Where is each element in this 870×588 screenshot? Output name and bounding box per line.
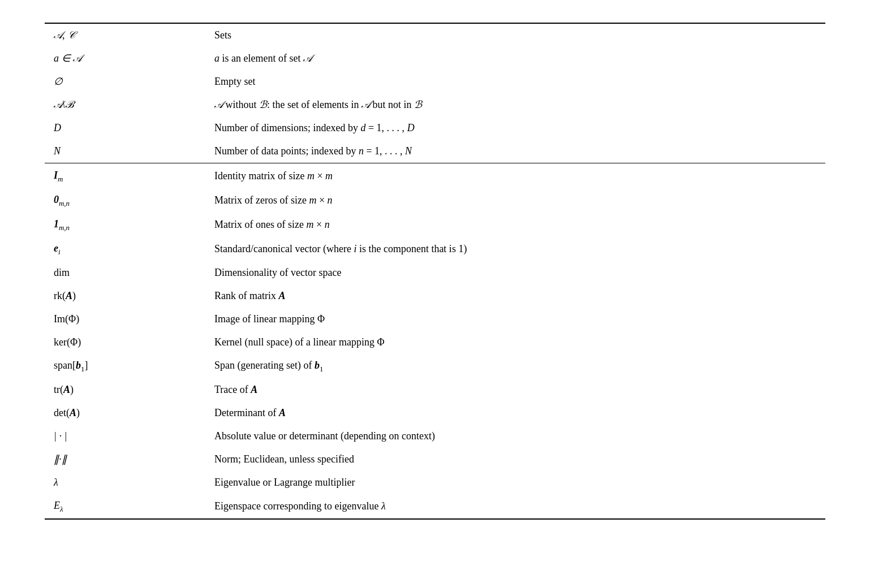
symbol-cell: 1m,n	[45, 213, 192, 237]
table-row: ∅Empty set	[45, 70, 825, 93]
description-cell: Matrix of zeros of size m × n	[192, 188, 825, 213]
symbol-cell: det(A)	[45, 401, 192, 425]
table-row: span[b1]Span (generating set) of b1	[45, 354, 825, 378]
table-row: 1m,nMatrix of ones of size m × n	[45, 213, 825, 237]
symbol-cell: λ	[45, 471, 192, 494]
description-cell: Rank of matrix A	[192, 284, 825, 308]
description-cell: Sets	[192, 23, 825, 47]
description-cell: Kernel (null space) of a linear mapping …	[192, 331, 825, 354]
symbol-cell: | · |	[45, 425, 192, 448]
symbol-cell: Im(Φ)	[45, 308, 192, 331]
symbol-cell: ‖·‖	[45, 448, 192, 471]
description-cell: Norm; Euclidean, unless specified	[192, 448, 825, 471]
description-cell: Identity matrix of size m × m	[192, 163, 825, 189]
description-cell: Empty set	[192, 70, 825, 93]
description-cell: Dimensionality of vector space	[192, 261, 825, 284]
description-cell: Matrix of ones of size m × n	[192, 213, 825, 237]
symbol-cell: ∅	[45, 70, 192, 93]
symbol-cell: a ∈ 𝒜	[45, 47, 192, 70]
symbol-cell: dim	[45, 261, 192, 284]
symbol-cell: 0m,n	[45, 188, 192, 213]
description-cell: Trace of A	[192, 378, 825, 401]
symbol-cell: D	[45, 116, 192, 140]
description-cell: Number of dimensions; indexed by d = 1, …	[192, 116, 825, 140]
description-cell: 𝒜 without ℬ: the set of elements in 𝒜 bu…	[192, 93, 825, 116]
table-row: tr(A)Trace of A	[45, 378, 825, 401]
table-row: ‖·‖Norm; Euclidean, unless specified	[45, 448, 825, 471]
symbol-cell: span[b1]	[45, 354, 192, 378]
symbol-cell: tr(A)	[45, 378, 192, 401]
description-cell: Standard/canonical vector (where i is th…	[192, 237, 825, 261]
description-cell: Determinant of A	[192, 401, 825, 425]
symbol-cell: ei	[45, 237, 192, 261]
table-row: ker(Φ)Kernel (null space) of a linear ma…	[45, 331, 825, 354]
table-row: 0m,nMatrix of zeros of size m × n	[45, 188, 825, 213]
table-row: eiStandard/canonical vector (where i is …	[45, 237, 825, 261]
table-row: 𝒜, 𝒞Sets	[45, 23, 825, 47]
symbol-cell: 𝒜\ℬ	[45, 93, 192, 116]
table-row: λEigenvalue or Lagrange multiplier	[45, 471, 825, 494]
symbol-cell: ker(Φ)	[45, 331, 192, 354]
table-row: Im(Φ)Image of linear mapping Φ	[45, 308, 825, 331]
table-row: DNumber of dimensions; indexed by d = 1,…	[45, 116, 825, 140]
symbol-cell: 𝒜, 𝒞	[45, 23, 192, 47]
description-cell: Absolute value or determinant (depending…	[192, 425, 825, 448]
table-row: a ∈ 𝒜a is an element of set 𝒜	[45, 47, 825, 70]
description-cell: Eigenspace corresponding to eigenvalue λ	[192, 494, 825, 519]
description-cell: Number of data points; indexed by n = 1,…	[192, 140, 825, 163]
description-cell: Eigenvalue or Lagrange multiplier	[192, 471, 825, 494]
table-row: EλEigenspace corresponding to eigenvalue…	[45, 494, 825, 519]
description-cell: Image of linear mapping Φ	[192, 308, 825, 331]
table-row: rk(A)Rank of matrix A	[45, 284, 825, 308]
table-row: ImIdentity matrix of size m × m	[45, 163, 825, 189]
description-cell: a is an element of set 𝒜	[192, 47, 825, 70]
table-row: NNumber of data points; indexed by n = 1…	[45, 140, 825, 163]
symbol-cell: Im	[45, 163, 192, 189]
description-cell: Span (generating set) of b1	[192, 354, 825, 378]
table-row: | · |Absolute value or determinant (depe…	[45, 425, 825, 448]
symbol-cell: N	[45, 140, 192, 163]
symbol-cell: rk(A)	[45, 284, 192, 308]
symbol-cell: Eλ	[45, 494, 192, 519]
notation-table: 𝒜, 𝒞Setsa ∈ 𝒜a is an element of set 𝒜∅Em…	[45, 23, 825, 520]
table-row: det(A)Determinant of A	[45, 401, 825, 425]
table-row: 𝒜\ℬ𝒜 without ℬ: the set of elements in 𝒜…	[45, 93, 825, 116]
notation-table-container: 𝒜, 𝒞Setsa ∈ 𝒜a is an element of set 𝒜∅Em…	[45, 23, 825, 520]
table-row: dimDimensionality of vector space	[45, 261, 825, 284]
